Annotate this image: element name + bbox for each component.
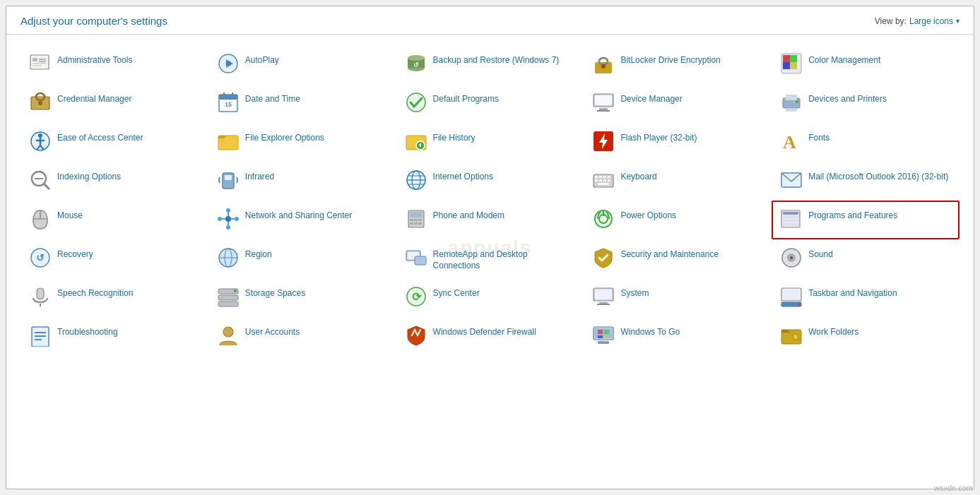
troubleshoot-label: Troubleshooting bbox=[57, 324, 118, 338]
keyboard-label: Keyboard bbox=[620, 169, 656, 183]
backup-restore-icon: ↺ bbox=[405, 52, 427, 75]
security-maintenance-label: Security and Maintenance bbox=[620, 246, 719, 261]
svg-rect-95 bbox=[783, 216, 798, 218]
file-history-icon bbox=[405, 130, 427, 153]
control-panel-window: Adjust your computer's settings View by:… bbox=[6, 6, 974, 489]
item-date-time[interactable]: 15Date and Time bbox=[208, 84, 396, 123]
item-speech-recog[interactable]: Speech Recognition bbox=[20, 278, 208, 317]
work-folders-icon bbox=[780, 324, 803, 347]
item-autoplay[interactable]: AutoPlay bbox=[208, 45, 396, 84]
item-mouse[interactable]: Mouse bbox=[20, 201, 208, 239]
item-mail[interactable]: Mail (Microsoft Outlook 2016) (32-bit) bbox=[772, 162, 960, 201]
item-phone-modem[interactable]: Phone and Modem bbox=[396, 201, 584, 239]
svg-rect-88 bbox=[414, 222, 418, 225]
programs-features-label: Programs and Features bbox=[808, 208, 897, 222]
svg-text:↺: ↺ bbox=[413, 61, 419, 68]
svg-rect-33 bbox=[597, 110, 610, 112]
item-credential-mgr[interactable]: Credential Manager bbox=[20, 84, 208, 123]
sync-center-icon: ⟳ bbox=[405, 285, 427, 308]
item-remoteapp[interactable]: RemoteApp and Desktop Connections bbox=[396, 239, 584, 278]
svg-point-137 bbox=[793, 334, 798, 340]
device-mgr-label: Device Manager bbox=[620, 91, 682, 105]
item-file-explorer[interactable]: File Explorer Options bbox=[208, 123, 396, 162]
svg-rect-109 bbox=[37, 288, 44, 299]
svg-point-76 bbox=[226, 208, 230, 213]
keyboard-icon bbox=[592, 169, 615, 191]
item-win-defender[interactable]: Windows Defender Firewall bbox=[396, 317, 584, 356]
item-sound[interactable]: Sound bbox=[772, 239, 960, 278]
item-region[interactable]: Region bbox=[208, 239, 396, 278]
storage-spaces-icon bbox=[217, 285, 240, 308]
item-programs-features[interactable]: Programs and Features bbox=[772, 201, 960, 239]
infrared-label: Infrared bbox=[245, 169, 274, 183]
file-explorer-icon bbox=[217, 130, 240, 153]
system-icon bbox=[592, 285, 615, 308]
item-ease-access[interactable]: Ease of Access Center bbox=[20, 123, 208, 162]
svg-rect-118 bbox=[595, 290, 612, 299]
mouse-label: Mouse bbox=[57, 208, 83, 222]
chevron-down-icon[interactable]: ▾ bbox=[956, 17, 960, 25]
network-sharing-label: Network and Sharing Center bbox=[245, 208, 352, 222]
view-by-value[interactable]: Large icons bbox=[909, 16, 953, 26]
ease-access-label: Ease of Access Center bbox=[57, 130, 143, 144]
user-accounts-label: User Accounts bbox=[245, 324, 300, 338]
svg-rect-65 bbox=[595, 179, 598, 181]
item-devices-printers[interactable]: Devices and Printers bbox=[772, 84, 960, 123]
item-flash-player[interactable]: Flash Player (32-bit) bbox=[584, 123, 772, 162]
taskbar-nav-label: Taskbar and Navigation bbox=[808, 285, 897, 299]
item-windows-to[interactable]: Windows To Go bbox=[584, 317, 772, 356]
svg-rect-4 bbox=[33, 63, 46, 64]
svg-point-128 bbox=[223, 327, 233, 337]
svg-rect-120 bbox=[597, 304, 610, 305]
item-backup-restore[interactable]: ↺Backup and Restore (Windows 7) bbox=[396, 45, 584, 84]
file-history-label: File History bbox=[433, 130, 476, 144]
autoplay-icon bbox=[217, 52, 240, 75]
taskbar-nav-icon bbox=[780, 285, 803, 308]
indexing-icon bbox=[29, 169, 52, 191]
svg-rect-54 bbox=[225, 175, 232, 180]
item-network-sharing[interactable]: Network and Sharing Center bbox=[208, 201, 396, 239]
item-sync-center[interactable]: ⟳Sync Center bbox=[396, 278, 584, 317]
item-system[interactable]: System bbox=[584, 278, 772, 317]
svg-text:↺: ↺ bbox=[36, 252, 45, 263]
item-bitlocker[interactable]: BitLocker Drive Encryption bbox=[584, 45, 772, 84]
item-device-mgr[interactable]: Device Manager bbox=[584, 84, 772, 123]
item-power-opts[interactable]: Power Options bbox=[584, 201, 772, 239]
item-file-history[interactable]: File History bbox=[396, 123, 584, 162]
item-indexing[interactable]: Indexing Options bbox=[20, 162, 208, 201]
svg-rect-113 bbox=[218, 302, 238, 306]
svg-rect-112 bbox=[218, 295, 238, 300]
svg-text:⟳: ⟳ bbox=[411, 291, 421, 303]
item-admin-tools[interactable]: Administrative Tools bbox=[20, 45, 208, 84]
svg-point-37 bbox=[796, 100, 798, 103]
item-default-programs[interactable]: Default Programs bbox=[396, 84, 584, 123]
svg-text:A: A bbox=[783, 132, 796, 153]
svg-rect-85 bbox=[414, 219, 418, 221]
fonts-label: Fonts bbox=[808, 130, 830, 144]
item-user-accounts[interactable]: User Accounts bbox=[208, 317, 396, 356]
item-recovery[interactable]: ↺Recovery bbox=[20, 239, 208, 278]
item-storage-spaces[interactable]: Storage Spaces bbox=[208, 278, 396, 317]
svg-rect-61 bbox=[595, 176, 598, 178]
svg-rect-89 bbox=[418, 222, 422, 225]
work-folders-label: Work Folders bbox=[808, 324, 858, 338]
item-fonts[interactable]: AFonts bbox=[772, 123, 960, 162]
svg-rect-122 bbox=[781, 302, 801, 306]
troubleshoot-icon bbox=[29, 324, 52, 347]
item-color-mgmt[interactable]: Color Management bbox=[772, 45, 960, 84]
backup-restore-label: Backup and Restore (Windows 7) bbox=[433, 52, 560, 66]
item-taskbar-nav[interactable]: Taskbar and Navigation bbox=[772, 278, 960, 317]
svg-text:15: 15 bbox=[225, 101, 232, 108]
item-keyboard[interactable]: Keyboard bbox=[584, 162, 772, 201]
phone-modem-icon bbox=[405, 208, 427, 230]
remoteapp-label: RemoteApp and Desktop Connections bbox=[433, 246, 576, 271]
svg-rect-20 bbox=[790, 62, 797, 69]
item-troubleshoot[interactable]: Troubleshooting bbox=[20, 317, 208, 356]
sync-center-label: Sync Center bbox=[433, 285, 480, 299]
svg-point-123 bbox=[798, 303, 801, 306]
item-internet-opts[interactable]: Internet Options bbox=[396, 162, 584, 201]
item-infrared[interactable]: Infrared bbox=[208, 162, 396, 201]
item-work-folders[interactable]: Work Folders bbox=[772, 317, 960, 356]
devices-printers-icon bbox=[780, 91, 803, 114]
item-security-maintenance[interactable]: Security and Maintenance bbox=[584, 239, 772, 278]
